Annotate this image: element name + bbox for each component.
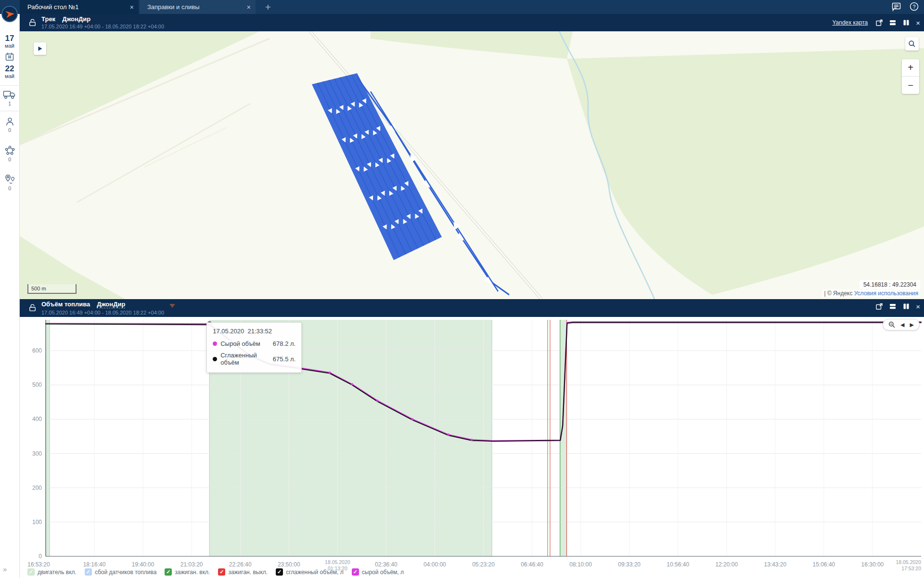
chart-panel-header: Объём топлива ДжонДир 17.05.2020 16:49 +… — [0, 299, 924, 317]
collapse-sidebar-chevron[interactable]: » — [3, 565, 7, 573]
legend-item-1[interactable]: ✓сбой датчиков топлива — [85, 568, 156, 576]
left-sidebar: 17 май 22 май 1 0 — [0, 14, 20, 578]
tab-desktop-1[interactable]: Рабочий стол №1 × — [20, 0, 139, 14]
legend-item-3[interactable]: ✓зажиган. выкл. — [218, 568, 268, 576]
legend-label: зажиган. вкл. — [175, 569, 210, 576]
svg-text:?: ? — [912, 4, 915, 10]
y-axis-label: 600 — [32, 347, 42, 354]
terms-of-use-link[interactable]: Условия использования — [854, 290, 918, 297]
drivers-icon — [5, 117, 14, 126]
panel-resize-handle[interactable] — [169, 304, 175, 308]
map-provider-link[interactable]: Yandex карта — [832, 19, 868, 26]
messages-icon[interactable] — [891, 1, 901, 12]
x-axis-label: 21:03:20 — [180, 561, 203, 568]
x-axis-label: 16:30:00 — [861, 561, 884, 568]
legend-label: сбой датчиков топлива — [95, 569, 156, 576]
sidebar-item-geozones[interactable]: 0 — [4, 174, 15, 191]
y-axis-label: 300 — [32, 450, 42, 457]
legend-item-0[interactable]: ✓двигатель вкл. — [27, 568, 77, 576]
x-axis-label: 18:16:40 — [83, 561, 106, 568]
sidebar-item-vehicles[interactable]: 1 — [3, 90, 16, 106]
tooltip-row: Сглаженный объём 675.5 л. — [213, 352, 295, 366]
map-panel-title: Трек — [41, 16, 55, 22]
play-track-button[interactable] — [34, 42, 46, 55]
date-from-day: 17 — [5, 34, 14, 43]
date-from-month: май — [5, 43, 14, 49]
map-date-range: 17.05.2020 16:49 +04:00 - 18.05.2020 18:… — [41, 24, 164, 29]
vehicles-count: 1 — [8, 101, 11, 106]
split-horizontal-icon[interactable] — [889, 19, 897, 26]
split-vertical-icon[interactable] — [902, 302, 910, 310]
raw-volume-dot-icon — [213, 342, 217, 346]
sidebar-item-groups[interactable]: 0 — [5, 145, 15, 162]
x-axis-label: 22:26:40 — [229, 561, 252, 568]
map-coordinates: 54.16818 : 49.22304 — [860, 280, 920, 289]
app-window: Рабочий стол №1 × Заправки и сливы × + ? — [0, 0, 924, 578]
legend-label: двигатель вкл. — [38, 569, 77, 576]
popout-icon[interactable] — [875, 19, 883, 26]
x-axis-label: 15:06:40 — [813, 561, 835, 568]
legend-label: сглаженный объём, л — [286, 569, 344, 576]
legend-checkbox[interactable]: ✓ — [352, 568, 359, 576]
chart-controls: ◀ ▶ — [883, 319, 920, 330]
map-panel-header: Трек ДжонДир 17.05.2020 16:49 +04:00 - 1… — [0, 14, 924, 31]
lock-icon[interactable] — [29, 303, 37, 311]
map-canvas[interactable] — [0, 31, 924, 299]
chart-date-range: 17.05.2020 16:49 +04:00 - 18.05.2020 18:… — [41, 310, 164, 315]
x-axis-label: 19:40:00 — [132, 561, 154, 568]
y-axis-label: 200 — [32, 485, 42, 491]
x-axis-label: 16:53:20 — [27, 561, 50, 568]
zoom-in-button[interactable]: + — [902, 59, 919, 77]
fuel-chart-plot[interactable]: 010020030040050060016:53:2018:16:4019:40… — [0, 317, 924, 578]
app-logo[interactable] — [1, 6, 18, 22]
map-zoom-control: + − — [902, 59, 919, 94]
split-vertical-icon[interactable] — [902, 19, 910, 26]
tab-refuels-drains[interactable]: Заправки и сливы × — [140, 0, 256, 14]
chart-pan-left-button[interactable]: ◀ — [900, 322, 904, 328]
fuel-chart: 010020030040050060016:53:2018:16:4019:40… — [0, 317, 924, 578]
legend-checkbox[interactable]: ✓ — [165, 568, 172, 576]
popout-icon[interactable] — [875, 302, 883, 310]
legend-item-5[interactable]: ✓сырой объём, л — [352, 568, 404, 576]
legend-item-2[interactable]: ✓зажиган. вкл. — [165, 568, 210, 576]
chart-pan-right-button[interactable]: ▶ — [910, 322, 913, 328]
x-axis-label: 23:50:00 — [278, 561, 300, 568]
y-axis-label: 500 — [32, 381, 42, 388]
tab-close-icon[interactable]: × — [247, 3, 251, 11]
map-green-area — [20, 31, 260, 144]
legend-checkbox[interactable]: ✓ — [276, 568, 283, 576]
map-search-button[interactable] — [905, 37, 919, 51]
x-axis-label: 12:20:00 — [715, 561, 738, 568]
calendar-icon[interactable] — [5, 52, 14, 62]
legend-checkbox[interactable]: ✓ — [27, 568, 35, 576]
close-panel-icon[interactable]: × — [916, 19, 920, 27]
chart-vehicle-link[interactable]: ДжонДир — [97, 301, 125, 308]
drivers-count: 0 — [8, 127, 11, 133]
y-axis-label: 0 — [38, 553, 42, 560]
x-axis-label: 02:36:40 — [375, 561, 398, 568]
y-axis-label: 400 — [32, 416, 42, 422]
split-horizontal-icon[interactable] — [889, 302, 897, 310]
lock-icon[interactable] — [29, 18, 37, 26]
legend-checkbox[interactable]: ✓ — [218, 568, 225, 576]
close-panel-icon[interactable]: × — [916, 302, 920, 311]
map-attribution: | © Яндекс Условия использования — [822, 289, 920, 297]
map-vehicle-link[interactable]: ДжонДир — [62, 16, 90, 22]
tooltip-row: Сырой объём 678.2 л. — [213, 340, 295, 347]
chart-zoom-out-icon[interactable] — [888, 321, 895, 328]
help-icon[interactable]: ? — [909, 1, 919, 12]
date-range-picker[interactable]: 17 май 22 май — [5, 34, 14, 79]
legend-checkbox[interactable]: ✓ — [85, 568, 92, 576]
sidebar-item-drivers[interactable]: 0 — [5, 117, 14, 133]
x-axis-label: 10:56:40 — [667, 561, 689, 568]
x-axis-label: 06:46:40 — [521, 561, 543, 568]
tab-label: Заправки и сливы — [147, 3, 242, 11]
legend-item-4[interactable]: ✓сглаженный объём, л — [276, 568, 344, 576]
x-axis-label: 04:00:00 — [424, 561, 446, 568]
logo-arrow-icon — [3, 8, 16, 20]
x-axis-date-label: 18.05.2020 — [325, 559, 350, 565]
tab-bar: Рабочий стол №1 × Заправки и сливы × + ? — [0, 0, 924, 14]
zoom-out-button[interactable]: − — [902, 77, 919, 94]
tab-close-icon[interactable]: × — [130, 3, 134, 11]
add-tab-button[interactable]: + — [261, 0, 275, 14]
